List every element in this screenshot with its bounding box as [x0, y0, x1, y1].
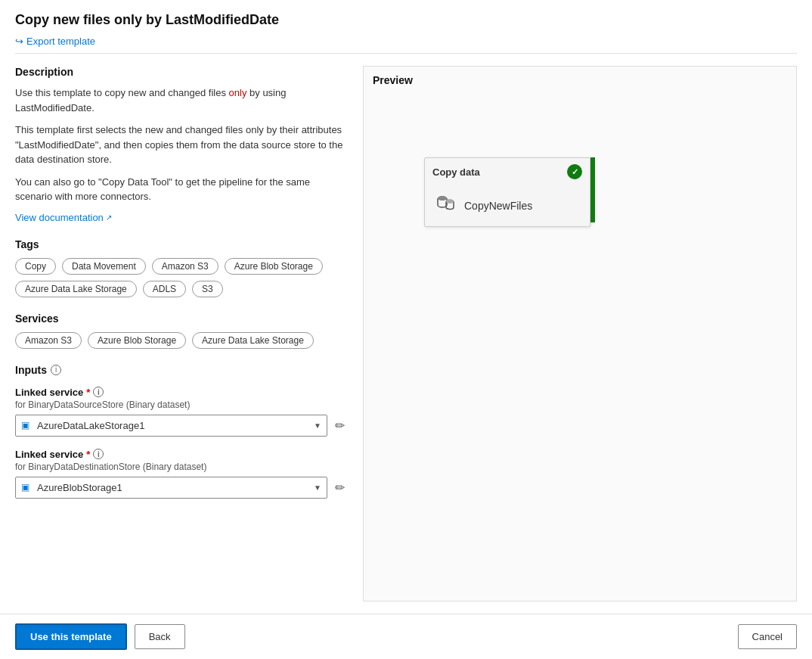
card-activity-name: CopyNewFiles — [464, 200, 532, 212]
inputs-header: Inputs i — [15, 364, 348, 376]
linked-service-1-edit-button[interactable]: ✏ — [332, 415, 348, 436]
description-section: Description Use this template to copy ne… — [15, 66, 348, 223]
linked-service-2-label: Linked service * i — [15, 449, 348, 460]
linked-service-1-sublabel: for BinaryDataSourceStore (Binary datase… — [15, 399, 348, 410]
service-azure-blob-storage: Azure Blob Storage — [88, 332, 186, 349]
copy-data-card: Copy data ✓ CopyNewFiles — [424, 157, 590, 227]
tags-section: Tags Copy Data Movement Amazon S3 Azure … — [15, 238, 348, 297]
linked-service-1-db-icon: ▣ — [21, 420, 29, 431]
card-body: CopyNewFiles — [425, 185, 590, 226]
card-title: Copy data — [432, 166, 480, 178]
services-section: Services Amazon S3 Azure Blob Storage Az… — [15, 312, 348, 349]
tags-container: Copy Data Movement Amazon S3 Azure Blob … — [15, 258, 348, 297]
linked-service-1-input-row: ▣ AzureDataLakeStorage1 AzureBlobStorage… — [15, 415, 348, 437]
inputs-info-icon[interactable]: i — [51, 365, 61, 375]
success-check-icon: ✓ — [567, 164, 582, 179]
desc-para1: Use this template to copy new and change… — [15, 85, 348, 115]
preview-panel: Preview Copy data ✓ — [363, 66, 797, 601]
inputs-title: Inputs — [15, 364, 47, 376]
service-amazon-s3: Amazon S3 — [15, 332, 82, 349]
linked-service-2-edit-button[interactable]: ✏ — [332, 477, 348, 498]
linked-service-2-select[interactable]: AzureDataLakeStorage1 AzureBlobStorage1 — [15, 477, 327, 499]
tag-s3: S3 — [192, 281, 223, 297]
card-header: Copy data ✓ — [425, 158, 590, 185]
desc-para3: You can also go to "Copy Data Tool" to g… — [15, 175, 348, 204]
required-star-2: * — [86, 449, 90, 460]
description-title: Description — [15, 66, 348, 78]
linked-service-2-block: Linked service * i for BinaryDataDestina… — [15, 449, 348, 499]
left-panel: Description Use this template to copy ne… — [15, 66, 348, 601]
preview-label: Preview — [373, 74, 413, 86]
required-star-1: * — [86, 387, 90, 398]
export-template-link[interactable]: ↪ Export template — [15, 36, 95, 47]
linked-service-1-info-icon[interactable]: i — [93, 387, 104, 397]
external-link-icon: ↗ — [106, 213, 112, 222]
footer: Use this template Back Cancel — [0, 614, 812, 659]
tag-data-movement: Data Movement — [62, 258, 146, 275]
services-container: Amazon S3 Azure Blob Storage Azure Data … — [15, 332, 348, 349]
page-title: Copy new files only by LastModifiedDate — [15, 12, 797, 28]
main-content: Description Use this template to copy ne… — [0, 54, 812, 614]
linked-service-2-select-wrapper: ▣ AzureDataLakeStorage1 AzureBlobStorage… — [15, 477, 327, 499]
linked-service-1-block: Linked service * i for BinaryDataSourceS… — [15, 387, 348, 437]
tag-azure-data-lake-storage: Azure Data Lake Storage — [15, 281, 137, 297]
arrow-right-icon: ↪ — [15, 36, 23, 47]
svg-point-1 — [438, 196, 447, 200]
inputs-section: Inputs i Linked service * i for BinaryDa… — [15, 364, 348, 499]
tag-adls: ADLS — [143, 281, 186, 297]
pipeline-status-bar — [590, 157, 595, 222]
tag-amazon-s3: Amazon S3 — [152, 258, 218, 275]
view-documentation-link[interactable]: View documentation ↗ — [15, 212, 112, 223]
footer-left: Use this template Back — [15, 623, 185, 650]
tag-copy: Copy — [15, 258, 56, 275]
page-container: Copy new files only by LastModifiedDate … — [0, 0, 812, 659]
copy-files-db-icon — [435, 193, 457, 219]
header: Copy new files only by LastModifiedDate … — [0, 0, 812, 53]
tag-azure-blob-storage: Azure Blob Storage — [225, 258, 323, 275]
linked-service-2-sublabel: for BinaryDataDestinationStore (Binary d… — [15, 462, 348, 472]
linked-service-1-select-wrapper: ▣ AzureDataLakeStorage1 AzureBlobStorage… — [15, 415, 327, 437]
services-title: Services — [15, 312, 348, 325]
linked-service-1-label: Linked service * i — [15, 387, 348, 398]
linked-service-2-info-icon[interactable]: i — [93, 449, 104, 459]
back-button[interactable]: Back — [135, 624, 185, 649]
svg-point-3 — [446, 200, 454, 204]
linked-service-1-select[interactable]: AzureDataLakeStorage1 AzureBlobStorage1 — [15, 415, 327, 437]
use-template-button[interactable]: Use this template — [15, 623, 127, 650]
service-azure-data-lake-storage: Azure Data Lake Storage — [192, 332, 314, 349]
desc-para2: This template first selects the new and … — [15, 123, 348, 167]
linked-service-2-db-icon: ▣ — [21, 482, 29, 493]
cancel-button[interactable]: Cancel — [738, 624, 797, 649]
tags-title: Tags — [15, 238, 348, 250]
linked-service-2-input-row: ▣ AzureDataLakeStorage1 AzureBlobStorage… — [15, 477, 348, 499]
